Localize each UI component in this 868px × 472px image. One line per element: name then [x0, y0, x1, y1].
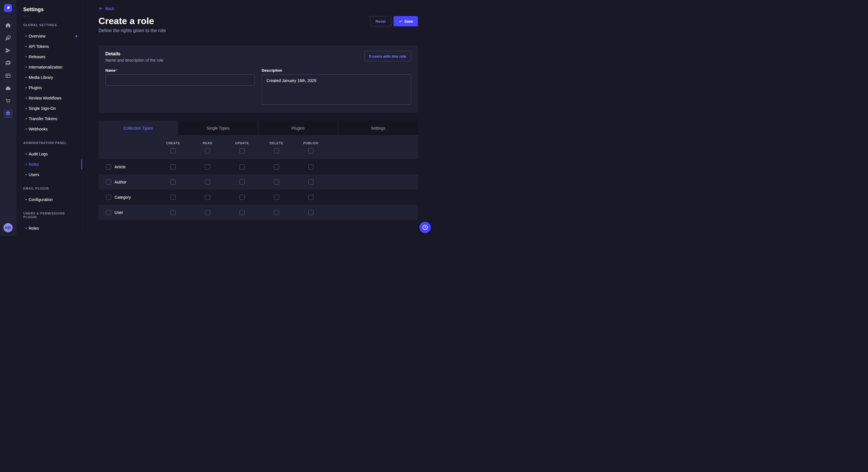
sidebar-item-overview[interactable]: Overview	[17, 31, 82, 41]
row-label: User	[115, 210, 123, 215]
row-label: Article	[115, 165, 126, 169]
select-all-delete-checkbox[interactable]	[274, 148, 279, 154]
sidebar-item-review-workflows[interactable]: Review Workflows	[17, 93, 82, 103]
article-update-checkbox[interactable]	[239, 164, 245, 169]
category-read-checkbox[interactable]	[205, 195, 210, 200]
category-update-checkbox[interactable]	[239, 195, 245, 200]
global-settings-list: Overview API Tokens Releases Internation…	[17, 31, 82, 134]
sidebar-item-providers[interactable]: Providers	[17, 233, 82, 236]
user-update-checkbox[interactable]	[239, 210, 245, 215]
media-library-icon[interactable]	[0, 57, 17, 69]
select-all-create-checkbox[interactable]	[170, 148, 176, 154]
settings-sidebar: Settings GLOBAL SETTINGS Overview API To…	[17, 0, 82, 236]
article-publish-checkbox[interactable]	[308, 164, 313, 169]
sidebar-item-plugins[interactable]: Plugins	[17, 82, 82, 93]
strapi-settings-screen: KD Settings GLOBAL SETTINGS Overview API…	[0, 0, 434, 236]
bullet-icon	[26, 87, 27, 88]
role-description-textarea[interactable]: Created January 16th, 2025	[262, 74, 411, 105]
details-title: Details	[105, 51, 163, 57]
article-read-checkbox[interactable]	[205, 164, 210, 169]
table-row-article: Article	[98, 159, 418, 174]
article-create-checkbox[interactable]	[170, 164, 176, 169]
administration-panel-list: Audit Logs Roles Users	[17, 149, 82, 180]
marketplace-cart-icon[interactable]	[0, 95, 17, 107]
main-content: Back Create a role Define the rights giv…	[82, 0, 434, 236]
table-row-author: Author	[98, 174, 418, 190]
users-permissions-list: Roles Providers	[17, 223, 82, 236]
sidebar-item-configuration[interactable]: Configuration	[17, 194, 82, 205]
author-delete-checkbox[interactable]	[274, 179, 279, 185]
bullet-icon	[26, 199, 27, 200]
bullet-icon	[26, 228, 27, 229]
active-item-indicator	[81, 159, 82, 169]
sidebar-item-api-tokens[interactable]: API Tokens	[17, 41, 82, 52]
user-avatar[interactable]: KD	[3, 223, 12, 232]
section-global-settings: GLOBAL SETTINGS	[23, 23, 75, 27]
author-read-checkbox[interactable]	[205, 179, 210, 185]
bullet-icon	[26, 154, 27, 155]
sidebar-item-users[interactable]: Users	[17, 169, 82, 180]
cloud-icon[interactable]	[0, 82, 17, 95]
article-delete-checkbox[interactable]	[274, 164, 279, 169]
content-manager-icon[interactable]	[0, 69, 17, 82]
category-delete-checkbox[interactable]	[274, 195, 279, 200]
column-header-update: UPDATE	[225, 141, 259, 145]
category-publish-checkbox[interactable]	[308, 195, 313, 200]
bullet-icon	[26, 108, 27, 109]
details-card: Details Name and description of the role…	[98, 45, 418, 113]
select-all-read-checkbox[interactable]	[205, 148, 210, 154]
author-publish-checkbox[interactable]	[308, 179, 313, 185]
category-create-checkbox[interactable]	[170, 195, 176, 200]
settings-gear-icon[interactable]	[0, 107, 17, 120]
section-email-plugin: EMAIL PLUGIN	[23, 187, 75, 191]
user-publish-checkbox[interactable]	[308, 210, 313, 215]
column-header-delete: DELETE	[259, 141, 293, 145]
select-all-publish-checkbox[interactable]	[308, 148, 313, 154]
select-all-update-checkbox[interactable]	[239, 148, 245, 154]
back-link[interactable]: Back	[98, 6, 114, 11]
reset-button[interactable]: Reset	[370, 16, 391, 26]
help-button[interactable]: ?	[420, 222, 431, 233]
sidebar-item-roles-active[interactable]: Roles	[17, 159, 82, 169]
user-read-checkbox[interactable]	[205, 210, 210, 215]
email-plugin-list: Configuration	[17, 194, 82, 205]
user-delete-checkbox[interactable]	[274, 210, 279, 215]
save-button[interactable]: Save	[394, 16, 418, 26]
sidebar-item-media-library[interactable]: Media Library	[17, 72, 82, 82]
sidebar-item-internationalization[interactable]: Internationalization	[17, 62, 82, 72]
feather-icon[interactable]	[0, 32, 17, 44]
tab-single-types[interactable]: Single Types	[178, 121, 258, 136]
tab-plugins[interactable]: Plugins	[258, 121, 338, 136]
tab-settings[interactable]: Settings	[338, 121, 418, 136]
table-row-user: User	[98, 205, 418, 220]
permissions-tab-bar: Collection Types Single Types Plugins Se…	[98, 121, 418, 136]
permissions-table-header: CREATE READ UPDATE DELETE PUBLISH	[98, 136, 418, 159]
column-header-publish: PUBLISH	[293, 141, 328, 145]
bullet-icon	[26, 118, 27, 119]
sidebar-item-releases[interactable]: Releases	[17, 52, 82, 62]
sidebar-item-up-roles[interactable]: Roles	[17, 223, 82, 233]
sidebar-item-single-sign-on[interactable]: Single Sign-On	[17, 103, 82, 113]
rail-icon-list	[0, 19, 17, 120]
home-icon[interactable]	[0, 19, 17, 32]
details-subtitle: Name and description of the role	[105, 58, 163, 63]
bullet-icon	[26, 67, 27, 68]
article-row-checkbox[interactable]	[106, 164, 111, 169]
role-name-input[interactable]	[105, 74, 255, 86]
sidebar-item-webhooks[interactable]: Webhooks	[17, 124, 82, 134]
strapi-logo[interactable]	[4, 4, 12, 12]
users-with-role-button[interactable]: 0 users with this role	[364, 51, 411, 61]
paper-plane-icon[interactable]	[0, 44, 17, 57]
required-asterisk: *	[116, 68, 117, 72]
section-administration-panel: ADMINISTRATION PANEL	[23, 141, 75, 145]
sidebar-item-transfer-tokens[interactable]: Transfer Tokens	[17, 113, 82, 124]
category-row-checkbox[interactable]	[106, 195, 111, 200]
user-create-checkbox[interactable]	[170, 210, 176, 215]
tab-collection-types[interactable]: Collection Types	[98, 121, 178, 136]
author-create-checkbox[interactable]	[170, 179, 176, 185]
sidebar-item-audit-logs[interactable]: Audit Logs	[17, 149, 82, 159]
author-row-checkbox[interactable]	[106, 179, 111, 185]
author-update-checkbox[interactable]	[239, 179, 245, 185]
user-row-checkbox[interactable]	[106, 210, 111, 215]
question-mark-icon: ?	[422, 224, 428, 231]
